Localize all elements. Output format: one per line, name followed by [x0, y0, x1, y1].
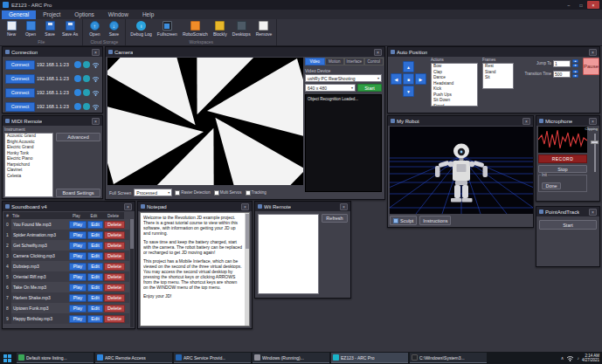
notepad-textarea[interactable]: Welcome to the Revolution JD example pro…: [140, 212, 250, 326]
delete-button[interactable]: Delete: [104, 305, 125, 312]
dpad-stop-button[interactable]: ■: [403, 73, 414, 85]
frames-listbox[interactable]: RestStandSit: [482, 63, 514, 89]
start-camera-button[interactable]: Start: [357, 84, 382, 92]
close-icon[interactable]: ×: [124, 203, 132, 210]
close-icon[interactable]: ×: [589, 118, 597, 125]
taskbar-item[interactable]: ARC Remote Access: [95, 353, 172, 363]
dpad-right-button[interactable]: ▶: [415, 73, 426, 85]
decrement-button[interactable]: ▼: [572, 64, 578, 67]
delete-button[interactable]: Delete: [104, 294, 125, 302]
cloud-save-button[interactable]: ↓Save: [105, 20, 122, 38]
slider-thumb[interactable]: [591, 141, 599, 144]
robot-3d-view[interactable]: [390, 127, 533, 214]
tab-project[interactable]: Project: [36, 10, 67, 19]
tab-options[interactable]: Options: [67, 10, 100, 19]
edit-button[interactable]: Edit: [87, 315, 103, 323]
instructions-button[interactable]: Instructions: [419, 216, 451, 225]
play-button[interactable]: Play: [69, 315, 86, 323]
network-icon[interactable]: [566, 354, 574, 361]
delete-button[interactable]: Delete: [104, 231, 125, 239]
taskbar-item[interactable]: Windows (Running)...: [253, 353, 329, 363]
stop-button[interactable]: Stop: [538, 165, 587, 173]
delete-button[interactable]: Delete: [104, 284, 125, 292]
tab-motion[interactable]: Motion: [325, 58, 345, 65]
tab-interface[interactable]: Interface: [344, 58, 364, 65]
tab-video[interactable]: Video: [305, 58, 325, 65]
edit-button[interactable]: Edit: [87, 252, 103, 260]
checkbox[interactable]: [214, 190, 219, 196]
start-tracking-button[interactable]: Start: [539, 220, 597, 230]
scrollbar[interactable]: [245, 213, 249, 326]
connect-button[interactable]: Connect: [5, 60, 35, 70]
actions-listbox[interactable]: BowClapDanceHeadstandKickPush UpsSit Dow…: [431, 63, 478, 106]
taskbar-item[interactable]: Default store listing...: [17, 353, 93, 363]
play-button[interactable]: Play: [69, 231, 86, 239]
dpad-up-button[interactable]: ▲: [403, 61, 414, 72]
resolution-select[interactable]: 640 x 480▾: [305, 84, 356, 92]
start-button[interactable]: [0, 352, 15, 364]
roboscratch-button[interactable]: RoboScratch: [181, 20, 210, 38]
tray-expand-icon[interactable]: ∧: [561, 355, 564, 361]
delete-button[interactable]: Delete: [104, 242, 125, 250]
tab-window[interactable]: Window: [101, 10, 135, 19]
delete-button[interactable]: Delete: [104, 263, 125, 271]
display-mode-select[interactable]: Processed▾: [134, 189, 172, 196]
play-button[interactable]: Play: [69, 242, 86, 250]
close-icon[interactable]: ×: [374, 49, 382, 56]
cloud-open-button[interactable]: ↑Open: [86, 20, 103, 38]
tab-help[interactable]: Help: [135, 10, 161, 19]
edit-button[interactable]: Edit: [87, 294, 103, 302]
save-project-button[interactable]: Save: [41, 20, 59, 38]
action-item[interactable]: Stand: [432, 104, 477, 107]
scrollbar[interactable]: [130, 219, 134, 327]
debug-log-button[interactable]: iDebug Log: [128, 20, 153, 38]
edit-button[interactable]: Edit: [87, 284, 103, 292]
play-button[interactable]: Play: [69, 284, 86, 292]
play-button[interactable]: Play: [69, 221, 86, 229]
delete-button[interactable]: Delete: [104, 221, 125, 229]
dpad-left-button[interactable]: ◀: [391, 73, 402, 85]
instrument-listbox[interactable]: Acoustic GrandBright AcousticElectric Gr…: [4, 133, 53, 197]
increment-button[interactable]: ▲: [572, 59, 578, 63]
scrollbar-thumb[interactable]: [130, 219, 134, 249]
volume-icon[interactable]: ♪: [577, 355, 579, 361]
video-device-select[interactable]: ushRy PC RearShooting▾: [305, 74, 382, 82]
close-icon[interactable]: ×: [92, 118, 100, 125]
save-as-button[interactable]: Save As: [60, 20, 80, 38]
close-icon[interactable]: ×: [340, 203, 348, 210]
checkbox[interactable]: [246, 190, 251, 196]
checkbox[interactable]: [175, 190, 180, 196]
maximize-button[interactable]: □: [575, 1, 587, 9]
delete-button[interactable]: Delete: [104, 273, 125, 281]
taskbar-item-active[interactable]: EZ123 - ARC Pro: [331, 353, 408, 363]
instrument-item[interactable]: Celesta: [5, 174, 52, 180]
edit-button[interactable]: Edit: [87, 221, 103, 229]
delete-button[interactable]: Delete: [104, 252, 125, 260]
refresh-button[interactable]: Refresh: [322, 214, 348, 223]
fullscreen-label[interactable]: Full Screen: [109, 190, 131, 196]
scrollbar-thumb[interactable]: [246, 214, 249, 249]
done-button[interactable]: Done: [542, 182, 561, 189]
frame-item[interactable]: Sit: [483, 75, 513, 81]
desktops-button[interactable]: Desktops: [231, 20, 253, 38]
connect-button[interactable]: Connect: [5, 88, 35, 98]
play-button[interactable]: Play: [69, 273, 86, 281]
edit-button[interactable]: Edit: [87, 273, 103, 281]
play-button[interactable]: Play: [69, 294, 86, 302]
close-icon[interactable]: ×: [589, 49, 597, 56]
connect-button[interactable]: Connect: [5, 102, 35, 112]
open-project-button[interactable]: Open: [22, 20, 39, 38]
taskbar-item[interactable]: ARC Service Provid...: [174, 353, 251, 363]
close-icon[interactable]: ×: [241, 203, 249, 210]
minimize-button[interactable]: –: [563, 1, 575, 9]
delete-button[interactable]: Delete: [104, 315, 125, 323]
jump-to-value[interactable]: 1: [553, 60, 571, 67]
edit-button[interactable]: Edit: [87, 305, 103, 312]
play-button[interactable]: Play: [69, 252, 86, 260]
connect-button[interactable]: Connect: [5, 74, 35, 84]
tab-control[interactable]: Control: [364, 58, 384, 65]
taskbar-clock[interactable]: 2:14 AM 4/27/2021: [582, 354, 599, 363]
remove-workspace-button[interactable]: Remove: [254, 20, 274, 38]
close-icon[interactable]: ×: [589, 209, 597, 216]
transition-time-value[interactable]: 500: [553, 71, 571, 78]
